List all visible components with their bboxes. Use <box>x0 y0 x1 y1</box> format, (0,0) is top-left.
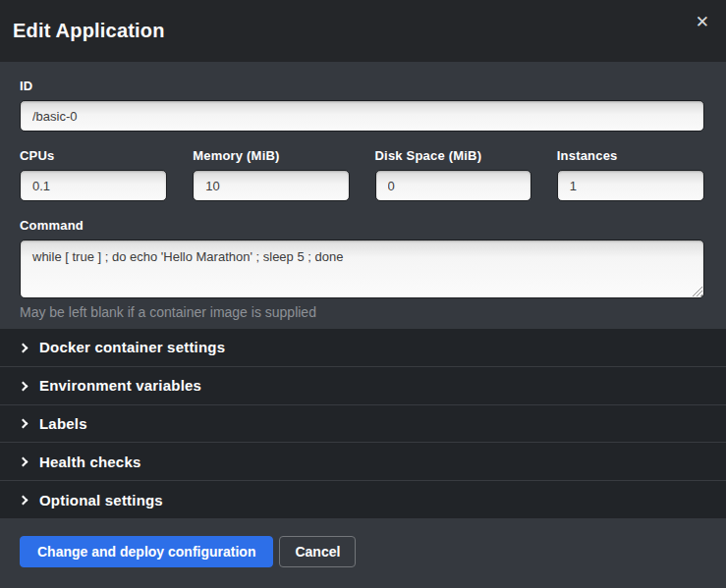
instances-input[interactable] <box>557 170 704 201</box>
cpus-field-group: CPUs <box>20 148 167 201</box>
memory-label: Memory (MiB) <box>193 148 349 163</box>
section-label: Optional settings <box>39 492 163 508</box>
chevron-right-icon <box>19 343 28 352</box>
cpus-label: CPUs <box>20 148 167 163</box>
id-label: ID <box>20 79 704 93</box>
instances-field-group: Instances <box>557 148 704 201</box>
id-input[interactable] <box>20 100 704 132</box>
chevron-right-icon <box>19 419 28 429</box>
chevron-right-icon <box>19 496 28 506</box>
section-label: Environment variables <box>39 377 201 394</box>
memory-field-group: Memory (MiB) <box>193 148 349 201</box>
section-health-checks[interactable]: Health checks <box>0 442 726 480</box>
close-icon[interactable]: ✕ <box>696 14 709 30</box>
command-help-text: May be left blank if a container image i… <box>20 304 704 320</box>
chevron-right-icon <box>19 457 28 467</box>
section-label: Docker container settings <box>39 339 225 355</box>
cancel-button[interactable]: Cancel <box>279 536 356 567</box>
chevron-right-icon <box>19 381 28 391</box>
command-field-group: Command while [ true ] ; do echo 'Hello … <box>20 218 704 320</box>
section-docker-container-settings[interactable]: Docker container settings <box>0 329 726 366</box>
change-and-deploy-button[interactable]: Change and deploy configuration <box>20 536 273 567</box>
command-input[interactable]: while [ true ] ; do echo 'Hello Marathon… <box>20 240 704 298</box>
section-environment-variables[interactable]: Environment variables <box>0 366 726 404</box>
section-label: Health checks <box>39 454 140 470</box>
section-optional-settings[interactable]: Optional settings <box>0 480 726 518</box>
section-label: Labels <box>39 415 87 432</box>
command-label: Command <box>20 218 704 233</box>
application-form: ID CPUs Memory (MiB) Disk Space (MiB) In… <box>0 62 726 329</box>
disk-field-group: Disk Space (MiB) <box>375 148 531 201</box>
collapsible-sections: Docker container settings Environment va… <box>0 329 726 518</box>
disk-space-input[interactable] <box>375 170 531 201</box>
cpus-input[interactable] <box>20 170 167 201</box>
instances-label: Instances <box>557 148 704 163</box>
id-field-group: ID <box>20 79 704 132</box>
modal-footer: Change and deploy configuration Cancel <box>0 518 726 588</box>
modal-header: Edit Application ✕ <box>0 0 726 62</box>
page-title: Edit Application <box>13 20 165 42</box>
disk-space-label: Disk Space (MiB) <box>375 148 531 163</box>
section-labels[interactable]: Labels <box>0 404 726 443</box>
memory-input[interactable] <box>193 170 349 201</box>
resources-row: CPUs Memory (MiB) Disk Space (MiB) Insta… <box>20 148 704 201</box>
edit-application-modal: Edit Application ✕ ID CPUs Memory (MiB) … <box>0 0 726 588</box>
